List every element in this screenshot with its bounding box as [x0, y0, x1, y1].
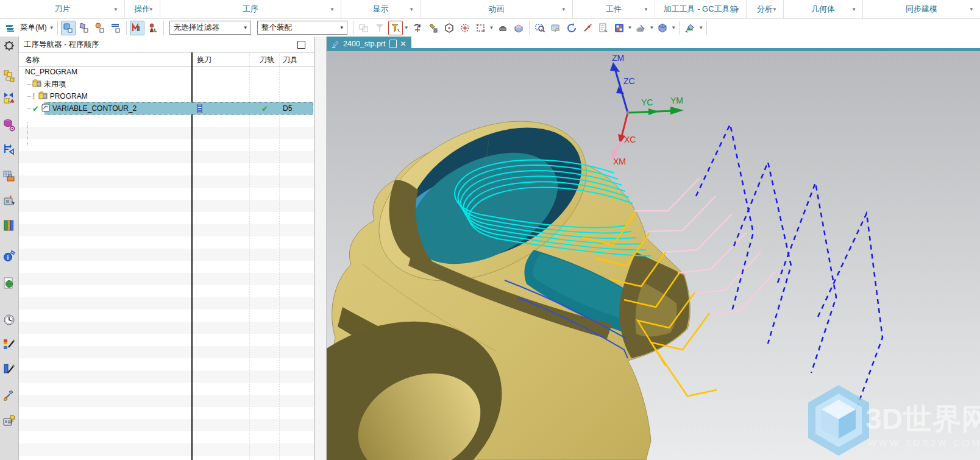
shaded-display-icon[interactable] [495, 21, 510, 35]
chevron-down-icon[interactable]: ▼ [969, 7, 974, 12]
separator [679, 21, 680, 35]
chevron-down-icon[interactable]: ▼ [330, 7, 335, 12]
section-view-icon[interactable] [511, 21, 526, 35]
menu-tab-gc-toolbox[interactable]: 加工工具 - GC工具箱▼ [655, 0, 746, 18]
assembly-constraints-icon[interactable] [357, 21, 371, 35]
zoom-window-icon[interactable] [533, 21, 547, 35]
operation-icon [41, 104, 51, 114]
process-library-icon[interactable] [2, 219, 16, 232]
snap-point-icon[interactable] [388, 21, 403, 35]
constraint-navigator-icon[interactable] [2, 91, 16, 104]
axis-label-xm: XM [613, 157, 626, 166]
chevron-down-icon[interactable]: ▼ [772, 7, 777, 12]
center-point-icon[interactable] [442, 21, 456, 35]
toolpath-check-icon: ✔ [261, 104, 268, 113]
process-builder-icon[interactable] [2, 414, 16, 427]
select-assembly-icon[interactable] [77, 21, 91, 35]
check-icon: ✔ [32, 104, 39, 113]
menu-tab-operation[interactable]: 操作▼ [124, 0, 160, 18]
selection-filter-combo[interactable]: 无选择过滤器 ▼ [169, 21, 251, 35]
part-studio-icon[interactable] [2, 362, 16, 375]
active-part-tab[interactable]: 2400_stp.prt ✕ [327, 37, 411, 51]
axis-label-yc: YC [641, 97, 653, 107]
close-icon[interactable]: ✕ [400, 40, 407, 48]
operation-navigator-icon[interactable] [2, 143, 16, 156]
chevron-down-icon: ▼ [337, 25, 347, 30]
column-header-tool[interactable]: 刀具 [283, 55, 297, 65]
menu-tab-analysis[interactable]: 分析▼ [746, 0, 783, 18]
chevron-down-icon[interactable]: ▼ [671, 25, 676, 30]
layout-icon[interactable] [612, 21, 627, 35]
rotate-point-icon[interactable] [410, 21, 425, 35]
chevron-down-icon[interactable]: ▼ [149, 7, 154, 12]
history-icon[interactable] [2, 313, 16, 327]
image-capture-icon[interactable] [2, 338, 16, 351]
rotate-view-icon[interactable] [564, 21, 579, 35]
tree-row-program[interactable]: ! PROGRAM [19, 90, 314, 102]
chevron-down-icon[interactable]: ▼ [113, 7, 118, 12]
selection-scope-combo[interactable]: 整个装配 ▼ [257, 21, 347, 35]
tree-row-unused[interactable]: 未用项 [19, 78, 314, 90]
tool-axis-icon[interactable] [426, 21, 441, 35]
chevron-down-icon[interactable]: ▼ [561, 7, 566, 12]
separator [706, 21, 707, 35]
chevron-down-icon[interactable]: ▼ [489, 25, 494, 30]
vector-icon[interactable] [580, 21, 595, 35]
chevron-down-icon[interactable]: ▼ [851, 7, 856, 12]
part-tab-bar: 2400_stp.prt ✕ [327, 37, 980, 51]
isometric-view-icon[interactable] [655, 21, 670, 35]
menu-tab-synchronous[interactable]: 同步建模▼ [862, 0, 980, 18]
machine-tool-view-icon[interactable] [2, 170, 16, 183]
snap-highlight-icon[interactable] [130, 21, 144, 35]
select-feature-icon[interactable] [93, 21, 107, 35]
menu-tab-process[interactable]: 工序▼ [160, 0, 341, 18]
appearance-icon[interactable] [633, 21, 648, 35]
chevron-down-icon: ▼ [241, 25, 250, 30]
chevron-down-icon[interactable]: ▼ [628, 25, 633, 30]
tree-row-nc-program[interactable]: NC_PROGRAM [19, 66, 314, 78]
menu-label: 工序 [243, 4, 258, 15]
maximize-button[interactable] [297, 41, 305, 49]
quadrant-point-icon[interactable] [458, 21, 472, 35]
chevron-down-icon[interactable]: ▼ [698, 25, 703, 30]
column-header-name[interactable]: 名称 [25, 55, 40, 65]
menu-tab-geometry[interactable]: 几何体▼ [783, 0, 862, 18]
panel-splitter[interactable] [314, 37, 327, 460]
part-navigator-icon[interactable] [2, 118, 16, 132]
machine-tool-navigator-icon[interactable] [2, 194, 16, 208]
menu-label: 分析 [757, 4, 773, 15]
edit-display-icon[interactable] [683, 21, 697, 35]
select-edge-icon[interactable] [108, 21, 123, 35]
web-browser-icon[interactable] [2, 277, 16, 290]
sheet-icon[interactable] [596, 21, 611, 35]
menu-tab-display[interactable]: 显示▼ [341, 0, 420, 18]
separator [529, 21, 530, 35]
internet-icon[interactable]: i [2, 249, 16, 263]
chevron-down-icon[interactable]: ▼ [735, 7, 740, 12]
tree-row-variable-contour-2[interactable]: ✔ VARIABLE_CONTOUR_2 ✔ D5 [19, 102, 314, 115]
selection-filter-icon[interactable] [372, 21, 387, 35]
pan-icon[interactable] [549, 21, 563, 35]
tree-empty-rows [19, 115, 314, 460]
3d-model-canvas[interactable]: ZM ZC YC YM XC XM 3D世界网 WWW.3DSJW.COM [327, 51, 980, 460]
chevron-down-icon: ▼ [49, 25, 54, 30]
chevron-down-icon[interactable]: ▼ [649, 25, 654, 30]
gear-icon[interactable] [2, 39, 16, 52]
chevron-down-icon[interactable]: ▼ [409, 7, 414, 12]
graphics-viewport: 2400_stp.prt ✕ [327, 37, 980, 460]
snap-related-icon[interactable] [146, 21, 160, 35]
column-header-toolchange[interactable]: 换刀 [197, 55, 211, 65]
menu-tab-animation[interactable]: 动画▼ [420, 0, 572, 18]
select-component-icon[interactable] [61, 21, 76, 35]
rectangle-select-icon[interactable] [474, 21, 488, 35]
column-header-toolpath[interactable]: 刀轨 [260, 55, 274, 65]
menu-tab-workpiece[interactable]: 工件▼ [572, 0, 655, 18]
chevron-down-icon[interactable]: ▼ [404, 25, 409, 30]
customization-icon[interactable] [2, 389, 16, 403]
document-icon[interactable] [389, 40, 397, 48]
assembly-navigator-icon[interactable] [2, 69, 16, 83]
tree-connector [27, 122, 28, 146]
menu-tab-blade[interactable]: 刀片▼ [0, 0, 124, 18]
menu-button[interactable]: 菜单(M) ▼ [2, 21, 55, 35]
chevron-down-icon[interactable]: ▼ [644, 7, 648, 12]
